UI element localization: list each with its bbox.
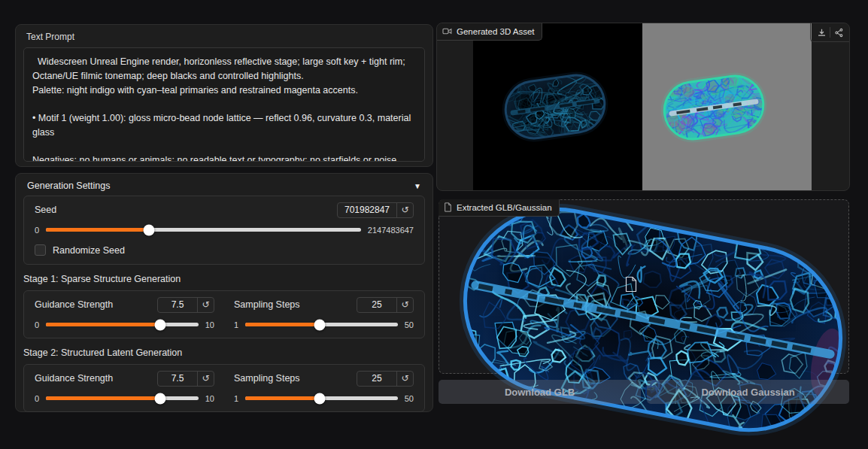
download-glb-button[interactable]: Download GLB bbox=[439, 380, 641, 404]
extracted-model-label: Extracted GLB/Gaussian bbox=[439, 199, 560, 217]
stage1-guidance-input[interactable] bbox=[158, 298, 197, 312]
text-prompt-panel: Text Prompt Widescreen Unreal Engine ren… bbox=[15, 24, 433, 167]
stage2-group: Guidance Strength ↺ 0 10 Sampling Step bbox=[23, 364, 425, 412]
file-icon bbox=[624, 276, 638, 293]
download-gaussian-button[interactable]: Download Gaussian bbox=[647, 380, 849, 404]
generation-settings-title: Generation Settings bbox=[27, 181, 111, 191]
stage1-guidance-reset-button[interactable]: ↺ bbox=[197, 298, 214, 312]
stage2-guidance-slider-handle[interactable] bbox=[155, 393, 166, 404]
text-prompt-label: Text Prompt bbox=[16, 25, 432, 46]
text-prompt-input[interactable]: Widescreen Unreal Engine render, horizon… bbox=[23, 47, 425, 162]
stage1-guidance-slider-handle[interactable] bbox=[155, 319, 166, 330]
seed-slider[interactable] bbox=[46, 228, 361, 232]
stage2-steps-slider[interactable] bbox=[245, 396, 398, 400]
asset-render-normal bbox=[642, 23, 812, 190]
stage2-steps-reset-button[interactable]: ↺ bbox=[396, 372, 413, 386]
stage2-title: Stage 2: Structured Latent Generation bbox=[23, 347, 425, 358]
seed-slider-handle[interactable] bbox=[143, 224, 154, 235]
stage1-steps-slider-handle[interactable] bbox=[314, 319, 326, 330]
stage2-guidance-reset-button[interactable]: ↺ bbox=[197, 372, 214, 386]
stage1-steps-reset-button[interactable]: ↺ bbox=[396, 298, 413, 312]
generation-settings-accordion[interactable]: Generation Settings ▼ bbox=[23, 174, 425, 196]
download-buttons-row: Download GLB Download Gaussian bbox=[439, 380, 849, 404]
stage2-steps-input[interactable] bbox=[357, 372, 396, 386]
seed-slider-min: 0 bbox=[35, 226, 39, 235]
seed-group: Seed ↺ 0 2147483647 Randomize Seed bbox=[23, 196, 425, 265]
share-icon[interactable] bbox=[830, 25, 847, 40]
stage2-guidance-slider[interactable] bbox=[46, 396, 199, 400]
generated-asset-panel: Generated 3D Asset bbox=[436, 23, 850, 191]
stage2-steps-label: Sampling Steps bbox=[234, 373, 300, 384]
generated-asset-video[interactable] bbox=[473, 23, 812, 190]
seed-input[interactable] bbox=[338, 203, 396, 217]
randomize-seed-checkbox[interactable] bbox=[35, 244, 46, 256]
asset-render-lit bbox=[473, 23, 642, 190]
stage1-steps-slider[interactable] bbox=[245, 323, 398, 326]
seed-slider-max: 2147483647 bbox=[368, 226, 414, 235]
randomize-seed-label: Randomize Seed bbox=[53, 245, 125, 256]
stage2-guidance-input[interactable] bbox=[158, 372, 197, 386]
model-viewer-panel[interactable] bbox=[439, 199, 849, 374]
stage1-group: Guidance Strength ↺ 0 10 Sampling Step bbox=[23, 290, 425, 338]
seed-reset-button[interactable]: ↺ bbox=[396, 203, 413, 217]
stage2-guidance-label: Guidance Strength bbox=[35, 373, 113, 384]
video-toolbar bbox=[810, 23, 849, 42]
generation-settings-panel: Generation Settings ▼ Seed ↺ 0 214748364… bbox=[15, 173, 433, 412]
chevron-down-icon: ▼ bbox=[414, 182, 421, 190]
app-root: Text Prompt Widescreen Unreal Engine ren… bbox=[0, 0, 868, 449]
video-camera-icon bbox=[442, 26, 452, 36]
seed-label: Seed bbox=[35, 205, 56, 215]
seed-input-wrap: ↺ bbox=[337, 202, 414, 218]
stage1-guidance-label: Guidance Strength bbox=[35, 299, 113, 310]
stage1-guidance-slider[interactable] bbox=[46, 323, 199, 326]
generated-asset-label: Generated 3D Asset bbox=[437, 23, 542, 41]
stage1-steps-input[interactable] bbox=[357, 298, 396, 312]
file-small-icon bbox=[444, 202, 452, 212]
stage1-title: Stage 1: Sparse Structure Generation bbox=[23, 274, 425, 284]
stage1-steps-label: Sampling Steps bbox=[234, 299, 300, 310]
stage2-steps-slider-handle[interactable] bbox=[314, 393, 326, 404]
download-icon[interactable] bbox=[813, 25, 830, 40]
